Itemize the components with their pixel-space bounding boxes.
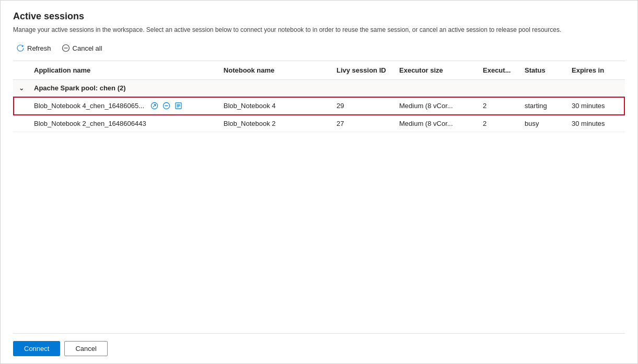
row-actions	[149, 101, 183, 111]
dialog-title: Active sessions	[13, 11, 625, 22]
row-expand	[13, 97, 30, 115]
table-row[interactable]: Blob_Notebook 4_chen_16486065...	[13, 97, 625, 115]
cancel-all-icon	[62, 44, 70, 52]
row-executor-size: Medium (8 vCor...	[395, 97, 479, 115]
row-livy-id: 27	[332, 115, 395, 132]
row-appname: Blob_Notebook 4_chen_16486065...	[30, 97, 219, 115]
dialog-footer: Connect Cancel	[13, 333, 625, 363]
connect-button[interactable]: Connect	[13, 341, 60, 356]
refresh-button[interactable]: Refresh	[13, 42, 54, 54]
row-expires: 30 minutes	[567, 97, 625, 115]
cancel-button[interactable]: Cancel	[64, 341, 107, 356]
row-notebook: Blob_Notebook 4	[219, 97, 332, 115]
sessions-table: Application name Notebook name Livy sess…	[13, 61, 625, 132]
row-expires: 30 minutes	[567, 115, 625, 132]
cancel-all-label: Cancel all	[73, 44, 102, 52]
toolbar: Refresh Cancel all	[13, 42, 625, 54]
refresh-label: Refresh	[27, 44, 51, 52]
dialog-description: Manage your active sessions in the works…	[13, 25, 625, 34]
table-row[interactable]: Blob_Notebook 2_chen_1648606443 Blob_Not…	[13, 115, 625, 132]
col-header-livy[interactable]: Livy session ID	[332, 61, 395, 80]
active-sessions-dialog: Active sessions Manage your active sessi…	[0, 0, 638, 364]
row-appname: Blob_Notebook 2_chen_1648606443	[30, 115, 219, 132]
col-header-status[interactable]: Status	[520, 61, 567, 80]
group-name-cell: Apache Spark pool: chen (2)	[30, 80, 625, 97]
group-expand-icon[interactable]: ⌄	[13, 80, 30, 97]
col-header-executor-size[interactable]: Executor size	[395, 61, 479, 80]
open-notebook-icon	[150, 102, 158, 110]
row-status: busy	[520, 115, 567, 132]
row-status: starting	[520, 97, 567, 115]
col-header-notebook[interactable]: Notebook name	[219, 61, 332, 80]
cancel-all-button[interactable]: Cancel all	[59, 42, 106, 54]
row-livy-id: 29	[332, 97, 395, 115]
col-header-expand	[13, 61, 30, 80]
row-executor-size: Medium (8 vCor...	[395, 115, 479, 132]
col-header-appname[interactable]: Application name	[30, 61, 219, 80]
refresh-icon	[16, 44, 25, 52]
cancel-session-button[interactable]	[161, 101, 171, 111]
cancel-session-icon	[163, 102, 170, 110]
col-header-executor-count[interactable]: Execut...	[479, 61, 520, 80]
view-logs-icon	[175, 102, 182, 110]
row-executor-count: 2	[479, 115, 520, 132]
col-header-expires[interactable]: Expires in	[567, 61, 625, 80]
sessions-table-wrapper: Application name Notebook name Livy sess…	[13, 61, 625, 333]
row-executor-count: 2	[479, 97, 520, 115]
app-name-text: Blob_Notebook 4_chen_16486065...	[34, 102, 144, 110]
view-logs-button[interactable]	[173, 101, 183, 111]
open-notebook-button[interactable]	[149, 101, 159, 111]
row-expand	[13, 115, 30, 132]
app-name-text: Blob_Notebook 2_chen_1648606443	[34, 120, 146, 127]
row-notebook: Blob_Notebook 2	[219, 115, 332, 132]
group-row: ⌄ Apache Spark pool: chen (2)	[13, 80, 625, 97]
